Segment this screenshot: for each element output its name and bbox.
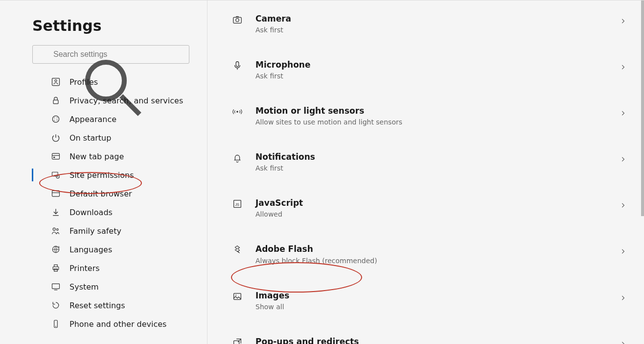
permission-row-adobe-flash[interactable]: Adobe FlashAlways block Flash (recommend… — [232, 231, 629, 277]
scrollbar[interactable] — [641, 0, 644, 216]
permission-row-camera[interactable]: CameraAsk first — [232, 0, 629, 47]
search-icon — [39, 50, 47, 59]
chevron-right-icon — [620, 63, 626, 70]
sidebar-item-label: Family safety — [69, 226, 121, 236]
flash-icon — [232, 245, 243, 255]
settings-title: Settings — [32, 17, 189, 34]
chevron-right-icon — [620, 340, 626, 344]
search-input[interactable] — [53, 50, 183, 59]
sidebar-item-label: Appearance — [69, 115, 116, 124]
permission-subtitle: Ask first — [255, 164, 620, 172]
sidebar-item-label: Privacy, search, and services — [69, 96, 183, 105]
permission-subtitle: Allow sites to use motion and light sens… — [255, 118, 620, 126]
sidebar-item-phone-and-other-devices[interactable]: Phone and other devices — [32, 315, 189, 333]
permission-title: Pop-ups and redirects — [255, 336, 620, 344]
permission-title: Microphone — [255, 59, 620, 70]
permission-row-images[interactable]: ImagesShow all — [232, 277, 629, 323]
chevron-right-icon — [620, 155, 626, 162]
settings-nav: ProfilesPrivacy, search, and servicesApp… — [32, 73, 189, 333]
camera-icon — [232, 14, 243, 25]
permission-row-microphone[interactable]: MicrophoneAsk first — [232, 47, 629, 93]
chevron-right-icon — [620, 247, 626, 254]
permission-title: Adobe Flash — [255, 244, 620, 254]
chevron-right-icon — [620, 201, 626, 208]
sidebar-item-label: New tab page — [69, 152, 124, 161]
js-icon — [232, 198, 243, 209]
sidebar-item-label: Phone and other devices — [69, 319, 166, 329]
permission-row-javascript[interactable]: JavaScriptAllowed — [232, 185, 629, 231]
permission-subtitle: Allowed — [255, 210, 620, 218]
permission-title: Motion or light sensors — [255, 105, 620, 116]
permission-subtitle: Show all — [255, 303, 620, 311]
permission-row-motion-or-light-sensors[interactable]: Motion or light sensorsAllow sites to us… — [232, 93, 629, 139]
permission-title: Notifications — [255, 151, 620, 162]
popup-icon — [232, 337, 243, 344]
sidebar-item-label: System — [69, 282, 99, 292]
settings-sidebar: Settings ProfilesPrivacy, search, and se… — [0, 0, 207, 344]
permission-title: Camera — [255, 13, 620, 24]
phone-icon — [51, 319, 61, 329]
permissions-list: CameraAsk firstMicrophoneAsk firstMotion… — [232, 0, 629, 344]
chevron-right-icon — [620, 294, 626, 301]
permission-title: Images — [255, 290, 620, 301]
permission-row-notifications[interactable]: NotificationsAsk first — [232, 139, 629, 185]
sidebar-item-label: Downloads — [69, 208, 113, 217]
permission-title: JavaScript — [255, 197, 620, 208]
chevron-right-icon — [620, 17, 626, 24]
sidebar-item-label: Default browser — [69, 189, 132, 198]
permission-subtitle: Always block Flash (recommended) — [255, 257, 620, 265]
bell-icon — [232, 152, 243, 163]
permission-subtitle: Ask first — [255, 26, 620, 34]
permission-subtitle: Ask first — [255, 72, 620, 80]
sidebar-item-label: Profiles — [69, 77, 98, 87]
sidebar-item-label: Site permissions — [69, 171, 134, 180]
sidebar-item-label: Languages — [69, 245, 112, 254]
sidebar-item-label: Printers — [69, 264, 100, 273]
motion-icon — [232, 106, 243, 117]
permission-row-pop-ups-and-redirects[interactable]: Pop-ups and redirectsAllowed — [232, 323, 629, 344]
mic-icon — [232, 60, 243, 71]
permissions-panel: CameraAsk firstMicrophoneAsk firstMotion… — [207, 0, 644, 344]
sidebar-item-label: Reset settings — [69, 301, 125, 310]
image-icon — [232, 291, 243, 302]
chevron-right-icon — [620, 109, 626, 116]
sidebar-item-label: On startup — [69, 133, 111, 143]
